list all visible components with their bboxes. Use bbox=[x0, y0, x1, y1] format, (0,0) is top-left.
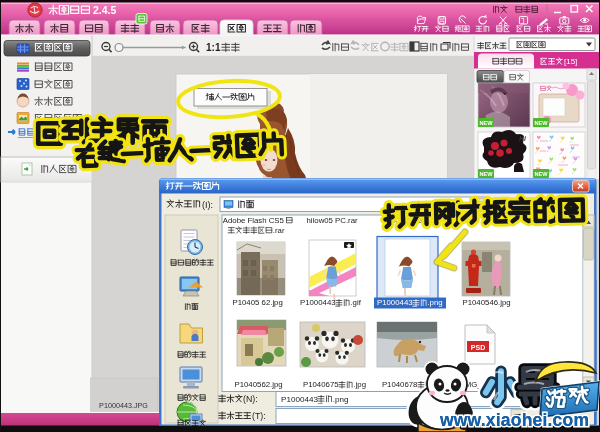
svg-text:.png: .png bbox=[333, 395, 349, 404]
svg-text:NEW: NEW bbox=[534, 171, 548, 177]
svg-text:.jpg: .jpg bbox=[353, 380, 366, 389]
svg-text:Adobe Flash CS5: Adobe Flash CS5 bbox=[223, 216, 285, 225]
svg-text:P1000443.JPG: P1000443.JPG bbox=[99, 401, 148, 410]
svg-text:.rar: .rar bbox=[273, 226, 285, 235]
svg-text:P1000443_: P1000443_ bbox=[281, 395, 323, 404]
svg-text:P1040678: P1040678 bbox=[382, 380, 418, 389]
svg-text:P1000443_: P1000443_ bbox=[300, 298, 341, 307]
svg-text:hilow05 PC.rar: hilow05 PC.rar bbox=[307, 216, 359, 225]
svg-text:P10405 62.jpg: P10405 62.jpg bbox=[233, 298, 283, 307]
svg-text:P1040546.jpg: P1040546.jpg bbox=[463, 298, 511, 307]
svg-text:P1000443_: P1000443_ bbox=[377, 298, 418, 307]
svg-text:NEW: NEW bbox=[479, 120, 493, 126]
svg-text:NEW: NEW bbox=[534, 120, 548, 126]
svg-text:PSD: PSD bbox=[471, 344, 485, 351]
svg-text:(T):: (T): bbox=[252, 411, 266, 421]
svg-text:P1040675: P1040675 bbox=[303, 380, 339, 389]
svg-text:P1040562.jpg: P1040562.jpg bbox=[235, 380, 283, 389]
svg-text:(I):: (I): bbox=[202, 200, 213, 210]
svg-text:1:1: 1:1 bbox=[206, 42, 221, 53]
svg-text:www.xiaohei.com: www.xiaohei.com bbox=[439, 410, 589, 430]
svg-text:NEW: NEW bbox=[479, 171, 493, 177]
svg-text:(N):: (N): bbox=[243, 394, 258, 404]
svg-text:[15]: [15] bbox=[564, 57, 577, 66]
svg-text:.png: .png bbox=[427, 298, 442, 307]
svg-text:Hi: Hi bbox=[519, 135, 527, 142]
svg-text:.gif: .gif bbox=[350, 298, 361, 307]
svg-text:2.4.5: 2.4.5 bbox=[93, 4, 117, 16]
